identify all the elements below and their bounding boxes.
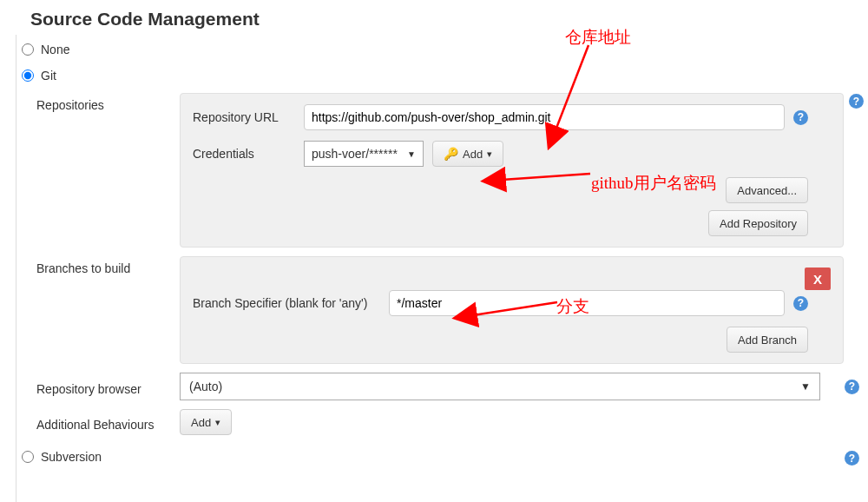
credentials-label: Credentials <box>193 147 304 161</box>
add-behaviour-button[interactable]: Add <box>180 409 232 435</box>
branch-specifier-input[interactable] <box>389 290 785 316</box>
page-title: Source Code Management <box>0 0 868 36</box>
radio-subversion[interactable] <box>22 451 34 463</box>
add-credentials-button[interactable]: 🔑 Add <box>432 141 503 167</box>
scm-option-git[interactable]: Git <box>22 63 868 89</box>
help-icon[interactable]: ? <box>849 94 864 109</box>
radio-git[interactable] <box>22 69 34 82</box>
branches-label: Branches to build <box>36 256 180 275</box>
advanced-button[interactable]: Advanced... <box>726 177 808 203</box>
help-icon[interactable]: ? <box>845 380 859 394</box>
delete-branch-button[interactable]: X <box>805 268 831 290</box>
repo-url-label: Repository URL <box>193 110 304 124</box>
divider <box>16 35 16 502</box>
help-icon[interactable]: ? <box>845 451 859 466</box>
help-icon[interactable]: ? <box>793 296 808 311</box>
repositories-label: Repositories <box>36 93 180 112</box>
branches-panel: X Branch Specifier (blank for 'any') ? A… <box>180 256 844 364</box>
radio-none[interactable] <box>22 43 34 56</box>
add-repository-button[interactable]: Add Repository <box>708 210 808 236</box>
repo-browser-value: (Auto) <box>189 380 222 393</box>
repo-url-input[interactable] <box>304 104 785 130</box>
scm-option-subversion[interactable]: Subversion <box>22 444 868 470</box>
add-cred-label: Add <box>463 148 483 161</box>
help-icon[interactable]: ? <box>793 110 808 125</box>
branch-specifier-label: Branch Specifier (blank for 'any') <box>193 296 389 310</box>
repo-browser-select[interactable]: (Auto) <box>180 373 820 400</box>
additional-behaviours-label: Additional Behaviours <box>36 413 180 432</box>
key-icon: 🔑 <box>444 147 458 161</box>
radio-label: Subversion <box>41 450 102 464</box>
repo-browser-label: Repository browser <box>36 377 180 396</box>
repositories-panel: ? Repository URL ? Credentials push-voer… <box>180 93 844 248</box>
radio-label: None <box>41 43 69 56</box>
radio-label: Git <box>41 69 56 83</box>
add-behaviour-label: Add <box>191 416 211 429</box>
credentials-value: push-voer/****** <box>312 147 398 161</box>
credentials-select[interactable]: push-voer/****** <box>304 141 424 167</box>
add-branch-button[interactable]: Add Branch <box>727 327 808 353</box>
scm-option-none[interactable]: None <box>22 36 868 63</box>
